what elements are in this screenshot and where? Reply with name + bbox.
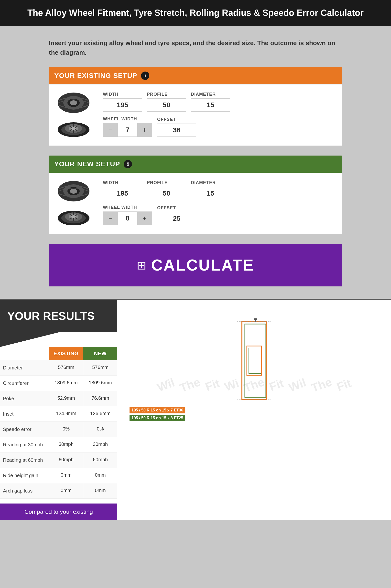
- new-setup-fields: WIDTH PROFILE DIAMETER WHEEL WIDTH: [103, 180, 335, 225]
- page-header: The Alloy Wheel Fitment, Tyre Stretch, R…: [0, 0, 391, 26]
- new-diameter-input[interactable]: [191, 187, 230, 200]
- results-inner: YOUR RESULTS EXISTING NEW Diameter 576mm…: [0, 300, 391, 520]
- existing-diameter-input[interactable]: [191, 98, 230, 112]
- svg-rect-33: [249, 348, 261, 373]
- row-label: Circumferen: [0, 375, 49, 391]
- new-setup-section: YOUR NEW SETUP ℹ: [49, 155, 342, 234]
- tyre-diagram-container: 195 / 50 R 15 on 15 x 7 ET36 195 / 50 R …: [125, 307, 384, 421]
- row-new-value: 126.6mm: [83, 406, 117, 422]
- svg-rect-31: [245, 324, 266, 397]
- compare-button[interactable]: Compared to your existing: [0, 504, 117, 520]
- new-width-label: WIDTH: [103, 180, 142, 185]
- calculator-icon: ⊞: [137, 258, 146, 272]
- results-triangle-decoration: [0, 332, 117, 347]
- col-existing-header: EXISTING: [49, 347, 83, 360]
- existing-width-input[interactable]: [103, 98, 142, 112]
- existing-setup-body: WIDTH PROFILE DIAMETER WHEEL WIDTH: [49, 84, 342, 146]
- existing-profile-input[interactable]: [147, 98, 186, 112]
- svg-rect-30: [242, 322, 266, 400]
- row-existing-value: 1809.6mm: [49, 375, 83, 391]
- page-title: The Alloy Wheel Fitment, Tyre Stretch, R…: [5, 7, 386, 19]
- legend-existing-item: 195 / 50 R 15 on 15 x 7 ET36: [129, 407, 185, 413]
- new-width-group: WIDTH: [103, 180, 142, 200]
- wheel-bottom-icon: [56, 116, 91, 138]
- row-new-value: 0mm: [83, 483, 117, 498]
- new-profile-group: PROFILE: [147, 180, 186, 200]
- row-new-value: 76.6mm: [83, 391, 117, 406]
- results-table: EXISTING NEW Diameter 576mm 576mm Circum…: [0, 347, 117, 520]
- row-existing-value: 0%: [49, 422, 83, 437]
- row-label: Reading at 60mph: [0, 452, 49, 468]
- row-label: Poke: [0, 391, 49, 406]
- new-profile-input[interactable]: [147, 187, 186, 200]
- main-content: Insert your existing alloy wheel and tyr…: [0, 26, 391, 299]
- existing-wheel-width-minus-button[interactable]: −: [103, 123, 118, 137]
- existing-width-label: WIDTH: [103, 92, 142, 97]
- new-width-input[interactable]: [103, 187, 142, 200]
- results-title: YOUR RESULTS: [7, 309, 110, 323]
- row-label: Speedo error: [0, 422, 49, 437]
- existing-setup-title: YOUR EXISTING SETUP: [54, 72, 137, 80]
- new-wheel-width-stepper: − 8 +: [103, 212, 152, 225]
- existing-wheel-width-stepper: − 7 +: [103, 123, 152, 137]
- calculate-section: ⊞ CALCULATE: [49, 244, 342, 287]
- row-label: Arch gap loss: [0, 483, 49, 498]
- calculate-label: CALCULATE: [151, 256, 254, 274]
- existing-wheel-width-label: WHEEL WIDTH: [103, 116, 152, 122]
- svg-point-3: [70, 100, 77, 105]
- new-bottom-row: WHEEL WIDTH − 8 + OFFSET: [103, 205, 335, 225]
- row-existing-value: 0mm: [49, 468, 83, 483]
- results-header: YOUR RESULTS: [0, 300, 117, 332]
- new-wheel-width-group: WHEEL WIDTH − 8 +: [103, 205, 152, 225]
- row-label: Inset: [0, 406, 49, 422]
- existing-offset-label: OFFSET: [157, 117, 196, 122]
- existing-offset-input[interactable]: [157, 124, 196, 137]
- new-tyre-image: [56, 180, 96, 227]
- new-offset-group: OFFSET: [157, 205, 196, 225]
- table-row: Inset 124.9mm 126.6mm: [0, 406, 117, 422]
- new-setup-info-icon[interactable]: ℹ: [124, 160, 132, 168]
- new-wheel-width-plus-button[interactable]: +: [137, 212, 152, 225]
- existing-wheel-width-plus-button[interactable]: +: [137, 123, 152, 137]
- existing-setup-section: YOUR EXISTING SETUP ℹ: [49, 67, 342, 146]
- new-setup-title: YOUR NEW SETUP: [54, 160, 120, 168]
- row-existing-value: 0mm: [49, 483, 83, 498]
- table-row: Ride height gain 0mm 0mm: [0, 468, 117, 483]
- existing-top-row: WIDTH PROFILE DIAMETER: [103, 92, 335, 112]
- table-row: Diameter 576mm 576mm: [0, 360, 117, 375]
- col-spacer: [0, 347, 49, 360]
- tyre-comparison-diagram: [227, 317, 281, 405]
- table-row: Circumferen 1809.6mm 1809.6mm: [0, 375, 117, 391]
- existing-info-icon[interactable]: ℹ: [141, 72, 149, 80]
- new-wheel-bottom-icon: [56, 205, 91, 227]
- new-top-row: WIDTH PROFILE DIAMETER: [103, 180, 335, 200]
- row-existing-value: 52.9mm: [49, 391, 83, 406]
- table-row: Speedo error 0% 0%: [0, 422, 117, 437]
- legend-new-item: 195 / 50 R 15 on 15 x 8 ET25: [129, 415, 185, 421]
- new-tyre-top-icon: [56, 180, 91, 202]
- existing-diameter-group: DIAMETER: [191, 92, 230, 112]
- row-existing-value: 60mph: [49, 452, 83, 468]
- row-new-value: 0mm: [83, 468, 117, 483]
- diagram-legend: 195 / 50 R 15 on 15 x 7 ET36 195 / 50 R …: [125, 407, 185, 421]
- new-profile-label: PROFILE: [147, 180, 186, 185]
- new-diameter-group: DIAMETER: [191, 180, 230, 200]
- existing-offset-group: OFFSET: [157, 117, 196, 137]
- new-offset-input[interactable]: [157, 212, 196, 225]
- calculate-button[interactable]: ⊞ CALCULATE: [49, 244, 342, 287]
- row-new-value: 1809.6mm: [83, 375, 117, 391]
- new-offset-label: OFFSET: [157, 205, 196, 211]
- row-new-value: 576mm: [83, 360, 117, 375]
- col-new-header: NEW: [83, 347, 117, 360]
- row-label: Diameter: [0, 360, 49, 375]
- row-new-value: 60mph: [83, 452, 117, 468]
- existing-width-group: WIDTH: [103, 92, 142, 112]
- new-wheel-width-label: WHEEL WIDTH: [103, 205, 152, 210]
- row-new-value: 0%: [83, 422, 117, 437]
- row-new-value: 30mph: [83, 437, 117, 452]
- results-col-headers: EXISTING NEW: [0, 347, 117, 360]
- new-setup-header: YOUR NEW SETUP ℹ: [49, 155, 342, 173]
- existing-wheel-width-value: 7: [118, 126, 137, 134]
- new-setup-body: WIDTH PROFILE DIAMETER WHEEL WIDTH: [49, 173, 342, 234]
- new-wheel-width-minus-button[interactable]: −: [103, 212, 118, 225]
